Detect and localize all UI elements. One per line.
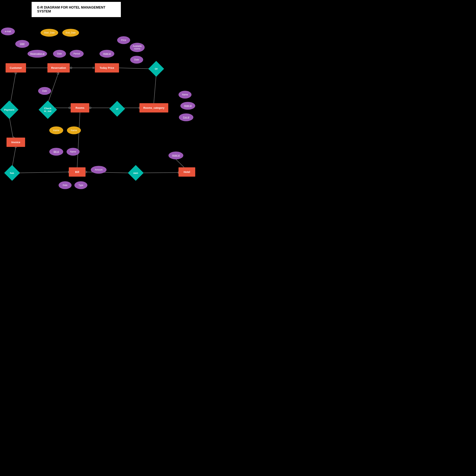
attr-attr-hotel-id1: Hotel id [100,50,114,58]
entity-hotel: Hotel [178,167,195,177]
attr-attr-reservation-id: Reservation id [28,50,47,58]
svg-line-20 [9,117,13,137]
entity-bill: Bill [69,167,85,177]
svg-line-22 [12,147,16,167]
svg-line-45 [176,159,184,167]
svg-line-37 [77,113,80,167]
attr-attr-gldno: Gld# [15,40,29,48]
attr-attr-hotel-id2: Hotel id [180,102,195,110]
attr-attr-amount: Amount [91,166,106,174]
attr-attr-bill-id: Bill id [49,148,63,156]
attr-attr-name1: Name [178,91,191,99]
svg-line-8 [119,68,151,69]
attr-attr-email: e-mail [1,28,15,35]
attr-attr-start: Start_Date [41,29,58,37]
attr-attr-hotel-id3: Hotel id [169,152,183,159]
attr-attr-end: End_Date [62,29,79,37]
entity-customer: Customer [6,63,26,72]
attr-attr-date2: Date [130,56,143,64]
entity-invoice: Invoice [6,137,25,147]
attr-attr-date3: Date [38,87,51,95]
svg-line-14 [48,72,59,103]
attr-attr-availrooms: Available rooms [130,43,145,52]
attr-attr-lname: lname [49,126,63,134]
entity-roomscategory: Rooms_category [139,103,168,113]
attr-attr-type: Type [74,181,87,189]
entity-reservation: Reservation [47,63,70,72]
attr-attr-cus-id: Cus id [179,113,193,121]
attr-attr-name2: Name [67,148,80,156]
attr-attr-date4: Date [59,181,72,189]
attr-attr-fname: fname [67,126,81,134]
svg-line-25 [18,172,69,173]
attr-attr-price: Price [117,36,130,44]
attr-attr-period: Period [70,50,84,58]
svg-line-11 [154,74,156,103]
diagram-title: E-R DIAGRAM FOR HOTEL MANAGEMENT SYSTEM [32,2,121,17]
entity-todayprice: Today Price [95,63,119,72]
attr-attr-date1: Date [53,50,66,58]
entity-rooms: Rooms [71,103,89,113]
